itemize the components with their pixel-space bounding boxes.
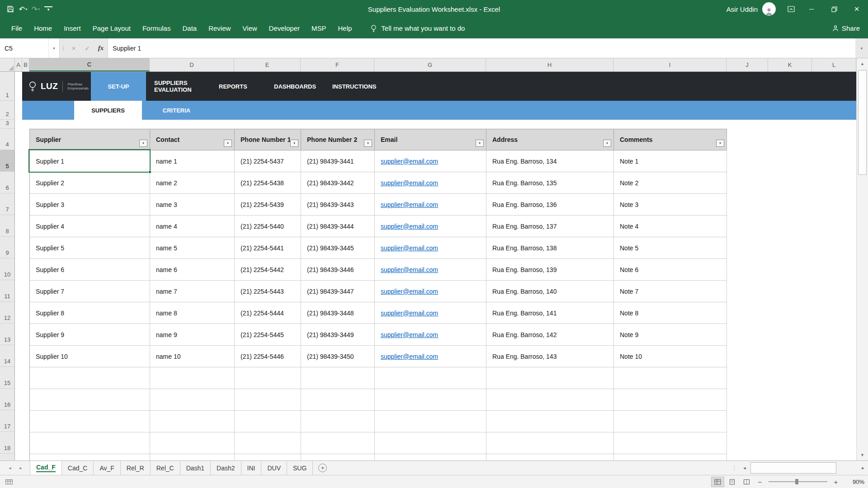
ribbon-tab-review[interactable]: Review [203, 18, 236, 38]
cell-H17[interactable] [486, 411, 614, 432]
scroll-down-button[interactable]: ▼ [857, 450, 868, 460]
cell-G6[interactable]: supplier@email.com [375, 172, 486, 194]
cell-C16[interactable] [30, 389, 150, 411]
row-header-8[interactable]: 8 [0, 215, 14, 237]
row-header-15[interactable]: 15 [0, 367, 14, 389]
cell-E13[interactable]: (21) 2254-5445 [235, 324, 301, 346]
page-break-view-button[interactable] [740, 477, 753, 487]
cell-I16[interactable] [614, 389, 727, 411]
insert-function-button[interactable]: fx [94, 38, 108, 58]
cell-C12[interactable]: Supplier 8 [30, 302, 150, 324]
cell-E5[interactable]: (21) 2254-5437 [235, 150, 301, 172]
row-header-4[interactable]: 4 [0, 129, 14, 150]
cell-E12[interactable]: (21) 2254-5444 [235, 302, 301, 324]
zoom-level[interactable]: 90% [845, 479, 864, 485]
column-header-J[interactable]: J [726, 58, 768, 71]
cell-G19[interactable] [375, 454, 486, 460]
cell-H9[interactable]: Rua Eng. Barroso, 138 [486, 237, 614, 259]
cell-H8[interactable]: Rua Eng. Barroso, 137 [486, 216, 614, 237]
formula-input[interactable]: Supplier 1 [108, 38, 855, 58]
row-header-7[interactable]: 7 [0, 193, 14, 215]
cell-H12[interactable]: Rua Eng. Barroso, 141 [486, 302, 614, 324]
column-header-E[interactable]: E [234, 58, 301, 71]
cell-C9[interactable]: Supplier 5 [30, 237, 150, 259]
filter-button-email[interactable]: ▾ [476, 140, 484, 147]
ribbon-tab-formulas[interactable]: Formulas [137, 18, 177, 38]
cell-C18[interactable] [30, 432, 150, 454]
share-button[interactable]: Share [832, 24, 860, 32]
sheet-tab-sug[interactable]: SUG [287, 461, 313, 475]
cell-G7[interactable]: supplier@email.com [375, 194, 486, 216]
cell-D12[interactable]: name 8 [150, 302, 235, 324]
cell-F16[interactable] [301, 389, 375, 411]
nav-item-dashboards[interactable]: DASHBOARDS [266, 72, 324, 101]
nav-item-reports[interactable]: REPORTS [211, 72, 266, 101]
cell-G13[interactable]: supplier@email.com [375, 324, 486, 346]
column-header-D[interactable]: D [150, 58, 234, 71]
filter-button-comments[interactable]: ▾ [716, 140, 724, 147]
sheet-tab-av-f[interactable]: Av_F [94, 461, 120, 475]
cell-E7[interactable]: (21) 2254-5439 [235, 194, 301, 216]
cell-F12[interactable]: (21) 98439-3448 [301, 302, 375, 324]
sheet-tab-cad-c[interactable]: Cad_C [62, 461, 94, 475]
cell-D11[interactable]: name 7 [150, 281, 235, 302]
cell-E9[interactable]: (21) 2254-5441 [235, 237, 301, 259]
cell-C10[interactable]: Supplier 6 [30, 259, 150, 281]
cell-C19[interactable] [30, 454, 150, 460]
ribbon-tab-home[interactable]: Home [28, 18, 58, 38]
sheet-tab-ini[interactable]: INI [241, 461, 262, 475]
cell-D19[interactable] [150, 454, 235, 460]
cell-G16[interactable] [375, 389, 486, 411]
cell-D16[interactable] [150, 389, 235, 411]
cell-I6[interactable]: Note 2 [614, 172, 727, 194]
close-button[interactable]: × [845, 0, 868, 18]
zoom-in-button[interactable]: + [830, 478, 841, 486]
column-header-G[interactable]: G [374, 58, 486, 71]
sheet-tab-dash1[interactable]: Dash1 [180, 461, 211, 475]
cell-H19[interactable] [486, 454, 614, 460]
cancel-button[interactable]: × [67, 38, 80, 58]
zoom-slider[interactable] [769, 481, 827, 482]
column-header-L[interactable]: L [812, 58, 856, 71]
cell-I14[interactable]: Note 10 [614, 346, 727, 367]
page-layout-view-button[interactable] [726, 477, 739, 487]
cell-F15[interactable] [301, 367, 375, 389]
ribbon-tab-data[interactable]: Data [176, 18, 203, 38]
ribbon-display-options-button[interactable] [782, 0, 800, 18]
cell-E15[interactable] [235, 367, 301, 389]
cell-C6[interactable]: Supplier 2 [30, 172, 150, 194]
cell-G10[interactable]: supplier@email.com [375, 259, 486, 281]
cell-F9[interactable]: (21) 98439-3445 [301, 237, 375, 259]
zoom-out-button[interactable]: − [755, 478, 765, 486]
cell-C8[interactable]: Supplier 4 [30, 216, 150, 237]
tell-me-box[interactable]: Tell me what you want to do [370, 24, 465, 33]
tabbar-splitter-icon[interactable]: ⋮ [732, 465, 737, 471]
vertical-scrollbar-thumb[interactable] [858, 70, 867, 175]
cell-G17[interactable] [375, 411, 486, 432]
cell-C7[interactable]: Supplier 3 [30, 194, 150, 216]
cell-I12[interactable]: Note 8 [614, 302, 727, 324]
cell-F11[interactable]: (21) 98439-3447 [301, 281, 375, 302]
cell-D14[interactable]: name 10 [150, 346, 235, 367]
cell-D17[interactable] [150, 411, 235, 432]
row-header-6[interactable]: 6 [0, 172, 14, 193]
cell-D5[interactable]: name 1 [150, 150, 235, 172]
horizontal-scrollbar[interactable] [750, 461, 858, 475]
cell-G9[interactable]: supplier@email.com [375, 237, 486, 259]
cell-G15[interactable] [375, 367, 486, 389]
cell-H6[interactable]: Rua Eng. Barroso, 135 [486, 172, 614, 194]
cell-H16[interactable] [486, 389, 614, 411]
sheet-nav-right-button[interactable]: ▸ [15, 461, 26, 475]
cell-D8[interactable]: name 4 [150, 216, 235, 237]
row-header-11[interactable]: 11 [0, 280, 14, 302]
cell-H11[interactable]: Rua Eng. Barroso, 140 [486, 281, 614, 302]
normal-view-button[interactable] [711, 477, 724, 487]
sheet-nav-left-button[interactable]: ◂ [5, 461, 15, 475]
filter-button-address[interactable]: ▾ [603, 140, 611, 147]
row-header-2[interactable]: 2 [0, 101, 14, 120]
cell-I5[interactable]: Note 1 [614, 150, 727, 172]
cell-I17[interactable] [614, 411, 727, 432]
cell-H10[interactable]: Rua Eng. Barroso, 139 [486, 259, 614, 281]
cell-E17[interactable] [235, 411, 301, 432]
minimize-button[interactable]: ─ [800, 0, 823, 18]
